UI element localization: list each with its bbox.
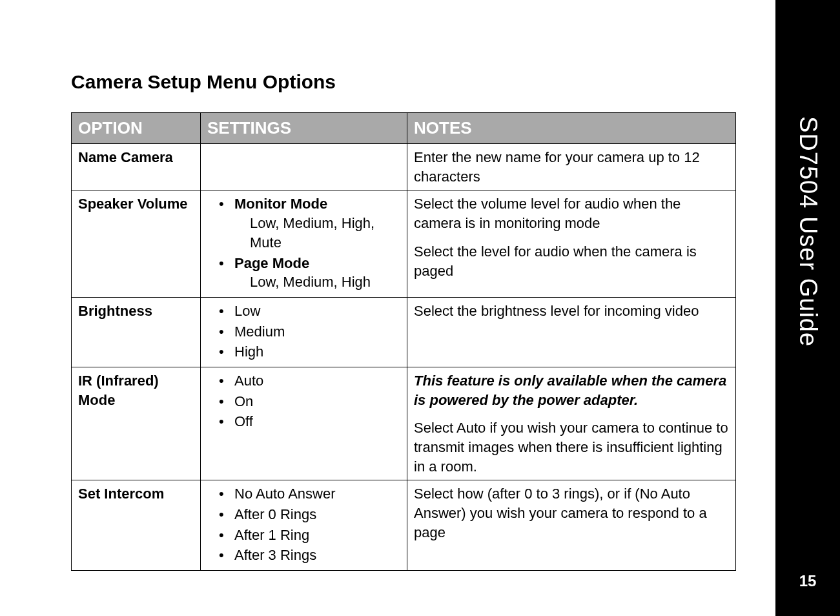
note-text: Select the volume level for audio when t… xyxy=(414,194,729,232)
header-notes: NOTES xyxy=(407,113,736,144)
option-name-camera: Name Camera xyxy=(72,144,201,190)
notes-speaker-volume: Select the volume level for audio when t… xyxy=(407,190,736,297)
list-item: Off xyxy=(219,412,400,431)
list-item: On xyxy=(219,392,400,411)
notes-set-intercom: Select how (after 0 to 3 rings), or if (… xyxy=(407,480,736,571)
setting-page-mode-label: Page Mode xyxy=(234,255,309,271)
setting-page-mode-values: Low, Medium, High xyxy=(234,272,400,292)
table-row: Set Intercom No Auto Answer After 0 Ring… xyxy=(72,480,736,571)
option-brightness: Brightness xyxy=(72,297,201,367)
list-item: Medium xyxy=(219,322,400,342)
table-row: Name Camera Enter the new name for your … xyxy=(72,144,736,190)
content-area: Camera Setup Menu Options OPTION SETTING… xyxy=(0,0,775,616)
list-item: High xyxy=(219,342,400,362)
page-container: Camera Setup Menu Options OPTION SETTING… xyxy=(0,0,840,616)
page-number: 15 xyxy=(799,572,817,590)
table-header-row: OPTION SETTINGS NOTES xyxy=(72,113,736,144)
side-bar: SD7504 User Guide 15 xyxy=(775,0,840,616)
settings-ir-mode: Auto On Off xyxy=(201,367,407,480)
list-item: After 0 Rings xyxy=(219,505,400,524)
option-set-intercom: Set Intercom xyxy=(72,480,201,571)
list-item: No Auto Answer xyxy=(219,484,400,504)
note-emphasis: This feature is only available when the … xyxy=(414,371,729,409)
list-item: Page Mode Low, Medium, High xyxy=(219,254,400,292)
note-text: Select Auto if you wish your camera to c… xyxy=(414,418,729,476)
settings-name-camera xyxy=(201,144,407,190)
list-item: Low xyxy=(219,302,400,321)
table-row: Speaker Volume Monitor Mode Low, Medium,… xyxy=(72,190,736,297)
guide-title: SD7504 User Guide xyxy=(794,116,822,347)
header-settings: SETTINGS xyxy=(201,113,407,144)
setting-monitor-mode-values: Low, Medium, High, Mute xyxy=(234,214,400,252)
table-row: Brightness Low Medium High Select the br… xyxy=(72,297,736,367)
setting-monitor-mode-label: Monitor Mode xyxy=(234,196,327,212)
header-option: OPTION xyxy=(72,113,201,144)
options-table: OPTION SETTINGS NOTES Name Camera Enter … xyxy=(71,112,736,571)
list-item: After 3 Rings xyxy=(219,546,400,565)
note-text: Select the level for audio when the came… xyxy=(414,242,729,280)
option-ir-mode: IR (Infrared) Mode xyxy=(72,367,201,480)
list-item: Monitor Mode Low, Medium, High, Mute xyxy=(219,194,400,252)
settings-brightness: Low Medium High xyxy=(201,297,407,367)
list-item: After 1 Ring xyxy=(219,526,400,545)
notes-brightness: Select the brightness level for incoming… xyxy=(407,297,736,367)
settings-speaker-volume: Monitor Mode Low, Medium, High, Mute Pag… xyxy=(201,190,407,297)
section-title: Camera Setup Menu Options xyxy=(71,71,737,93)
settings-set-intercom: No Auto Answer After 0 Rings After 1 Rin… xyxy=(201,480,407,571)
notes-name-camera: Enter the new name for your camera up to… xyxy=(407,144,736,190)
option-speaker-volume: Speaker Volume xyxy=(72,190,201,297)
table-row: IR (Infrared) Mode Auto On Off This feat… xyxy=(72,367,736,480)
list-item: Auto xyxy=(219,371,400,391)
notes-ir-mode: This feature is only available when the … xyxy=(407,367,736,480)
